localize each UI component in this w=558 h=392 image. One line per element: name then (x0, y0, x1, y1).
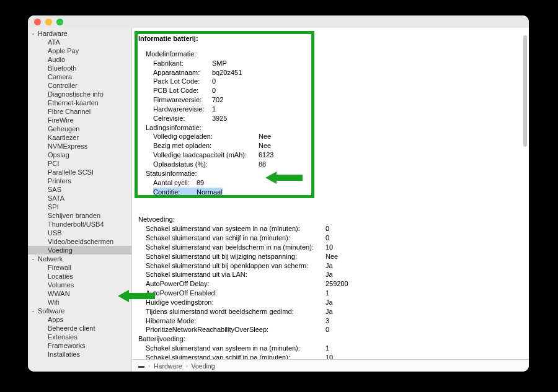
sidebar-item[interactable]: ATA (28, 38, 131, 46)
sidebar-group[interactable]: ⌄Software (28, 307, 131, 315)
sidebar-item[interactable]: Kaartlezer (28, 133, 131, 142)
kv-value: 1 (326, 289, 329, 298)
kv-value: 3925 (212, 114, 227, 123)
sidebar-item[interactable]: Video/beeldschermen (28, 237, 131, 246)
kv-key: Schakel sluimerstand uit via LAN: (146, 270, 326, 279)
sidebar-item[interactable]: FireWire (28, 116, 131, 124)
sidebar-item[interactable]: Extensies (28, 333, 131, 341)
battery-power-group: Batterijvoeding: Schakel sluimerstand va… (138, 334, 524, 359)
kv-key: Schakel sluimerstand uit bij openklappen… (146, 261, 326, 271)
status-info-group: Statusinformatie: Aantal cycli: 89 Condi… (138, 169, 524, 197)
batpower-header: Batterijvoeding: (138, 334, 524, 344)
charge-info-title: Ladingsinformatie: (146, 123, 524, 133)
device-icon: ▬ (138, 362, 144, 369)
kv-value: Nee (259, 132, 271, 141)
kv-value: 702 (212, 95, 223, 105)
kv-row: Oplaadstatus (%):88 (146, 160, 524, 169)
kv-value: 10 (326, 353, 333, 359)
kv-value: Ja (326, 298, 333, 307)
sidebar-item[interactable]: Locaties (28, 272, 131, 281)
sidebar-item[interactable]: SAS (28, 185, 131, 194)
kv-row: Schakel sluimerstand van systeem in na (… (146, 344, 524, 353)
sidebar-item[interactable]: Frameworks (28, 341, 131, 350)
kv-row: PrioritizeNetworkReachabilityOverSleep:0 (146, 325, 524, 334)
kv-key: Conditie: (153, 188, 197, 197)
sidebar-item[interactable]: Schijven branden (28, 211, 131, 220)
sidebar-group-label: Software (37, 307, 64, 315)
sidebar-item[interactable]: Opslag (28, 150, 131, 159)
kv-row: Schakel sluimerstand van systeem in na (… (146, 224, 524, 233)
kv-value: Ja (326, 307, 333, 316)
sidebar-item[interactable]: Audio (28, 55, 131, 64)
sidebar-item[interactable]: Beheerde client (28, 324, 131, 333)
zoom-window-button[interactable] (56, 19, 63, 25)
sidebar-item[interactable]: SPI (28, 203, 131, 211)
kv-value: 1 (326, 344, 329, 353)
sidebar-item[interactable]: Installaties (28, 350, 131, 359)
breadcrumb-segment[interactable]: Hardware (154, 362, 182, 370)
kv-key: AutoPowerOff Enabled: (146, 289, 326, 298)
kv-row: Apparaatnaam:bq20z451 (146, 68, 524, 77)
sidebar-item[interactable]: Printers (28, 176, 131, 185)
sidebar-item[interactable]: Apple Pay (28, 46, 131, 55)
window-titlebar (28, 15, 529, 28)
kv-key: Volledige laadcapaciteit (mAh): (153, 150, 259, 160)
close-window-button[interactable] (34, 19, 41, 25)
kv-row: Schakel sluimerstand uit via LAN:Ja (146, 270, 524, 279)
sidebar-item[interactable]: Ethernet-kaarten (28, 98, 131, 107)
kv-value: 1 (212, 105, 216, 114)
kv-key: PrioritizeNetworkReachabilityOverSleep: (146, 325, 326, 334)
kv-row: Schakel sluimerstand van schijf in na (m… (146, 233, 524, 243)
kv-key: Schakel sluimerstand van schijf in na (m… (146, 233, 326, 243)
kv-row: Firmwareversie:702 (146, 95, 524, 105)
kv-key: Fabrikant: (153, 59, 212, 68)
sidebar-item[interactable]: Camera (28, 72, 131, 81)
kv-key: Schakel sluimerstand uit bij wijziging n… (146, 252, 326, 261)
kv-value: 0 (326, 224, 329, 233)
kv-row: Volledig opgeladen:Nee (146, 132, 524, 141)
content-scroll[interactable]: Informatie batterij: Modelinformatie: Fa… (132, 28, 529, 359)
kv-value: 6123 (259, 150, 273, 160)
kv-key: Schakel sluimerstand van systeem in na (… (146, 224, 326, 233)
kv-value: 89 (197, 178, 204, 188)
kv-key: Celrevisie: (153, 114, 212, 123)
kv-key: Apparaatnaam: (153, 68, 212, 77)
breadcrumb-segment[interactable]: Voeding (192, 362, 215, 370)
sidebar-group[interactable]: ⌄Netwerk (28, 255, 131, 263)
sidebar-item[interactable]: WWAN (28, 289, 131, 298)
sidebar-item[interactable]: Bluetooth (28, 64, 131, 72)
sidebar-item[interactable]: SATA (28, 194, 131, 203)
status-info-title: Statusinformatie: (146, 169, 524, 178)
kv-key: Bezig met opladen: (153, 141, 259, 150)
sidebar-item[interactable]: Firewall (28, 263, 131, 272)
kv-row: Volledige laadcapaciteit (mAh):6123 (146, 150, 524, 160)
sidebar-item[interactable]: Diagnostische info (28, 90, 131, 98)
sidebar-item[interactable]: Thunderbolt/USB4 (28, 220, 131, 229)
sidebar-item[interactable]: Volumes (28, 281, 131, 289)
kv-key: Schakel sluimerstand van schijf in na (m… (146, 353, 326, 359)
sidebar-item[interactable]: Voeding (28, 246, 131, 255)
kv-key: AutoPowerOff Delay: (146, 279, 326, 289)
kv-row: Schakel sluimerstand van schijf in na (m… (146, 353, 524, 359)
model-info-group: Modelinformatie: Fabrikant:SMPApparaatna… (138, 50, 524, 123)
kv-row: Schakel sluimerstand uit bij openklappen… (146, 261, 524, 271)
kv-value: 3 (326, 316, 329, 326)
kv-value: 88 (259, 160, 266, 169)
sidebar-item[interactable]: PCI (28, 159, 131, 168)
sidebar-item[interactable]: Geheugen (28, 124, 131, 133)
sidebar-item[interactable]: Controller (28, 81, 131, 90)
kv-row: Fabrikant:SMP (146, 59, 524, 68)
sidebar-item[interactable]: Fibre Channel (28, 107, 131, 116)
sidebar-item[interactable]: USB (28, 229, 131, 237)
window-body: ⌄HardwareATAApple PayAudioBluetoothCamer… (28, 28, 529, 372)
sidebar-item[interactable]: Apps (28, 315, 131, 324)
sidebar-item[interactable]: Parallelle SCSI (28, 168, 131, 176)
kv-value: SMP (212, 59, 227, 68)
breadcrumb-bar: ▬ › Hardware › Voeding (132, 359, 529, 372)
minimize-window-button[interactable] (45, 19, 52, 25)
kv-key: Huidige voedingsbron: (146, 298, 326, 307)
sidebar-item[interactable]: NVMExpress (28, 142, 131, 150)
vertical-scrollbar[interactable] (523, 35, 527, 147)
sidebar-group[interactable]: ⌄Hardware (28, 29, 131, 38)
sidebar-item[interactable]: Wifi (28, 298, 131, 307)
